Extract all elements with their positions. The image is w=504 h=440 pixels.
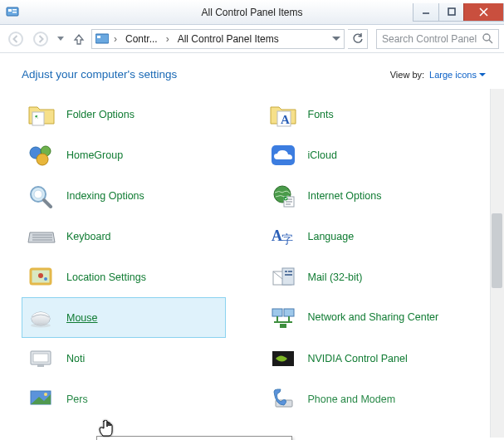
view-by-label: View by: xyxy=(390,70,424,80)
search-input[interactable]: Search Control Panel xyxy=(376,29,499,49)
item-homegroup[interactable]: HomeGroup xyxy=(22,134,226,175)
homegroup-icon xyxy=(27,141,56,169)
forward-button[interactable] xyxy=(30,28,51,50)
breadcrumb-1[interactable]: Contr... xyxy=(122,33,161,45)
item-folder-options[interactable]: Folder Options xyxy=(22,94,226,134)
item-internet-options[interactable]: Internet Options xyxy=(263,175,467,216)
svg-rect-3 xyxy=(12,12,17,13)
item-language[interactable]: A字 Language xyxy=(263,216,467,257)
item-label: Indexing Options xyxy=(66,190,144,202)
svg-point-35 xyxy=(38,273,43,278)
item-label: Location Settings xyxy=(66,271,146,283)
item-label: Internet Options xyxy=(308,190,382,202)
svg-text:A: A xyxy=(281,113,290,126)
search-icon xyxy=(482,32,495,46)
item-personalization[interactable]: Pers xyxy=(22,379,226,419)
item-label: Keyboard xyxy=(66,231,111,242)
maximize-button[interactable] xyxy=(438,3,463,21)
item-notification[interactable]: Noti xyxy=(22,338,226,379)
item-nvidia[interactable]: NVIDIA Control Panel xyxy=(263,338,467,379)
up-button[interactable] xyxy=(70,29,88,49)
item-location-settings[interactable]: Location Settings xyxy=(22,257,226,297)
svg-point-44 xyxy=(31,323,51,327)
svg-point-8 xyxy=(9,32,22,46)
item-indexing-options[interactable]: Indexing Options xyxy=(22,175,226,216)
chevron-right-icon: › xyxy=(112,33,119,45)
item-label: Language xyxy=(308,231,355,242)
window-buttons xyxy=(413,3,504,22)
keyboard-icon xyxy=(27,222,56,251)
scrollbar-thumb[interactable] xyxy=(492,213,502,288)
svg-rect-11 xyxy=(97,36,100,38)
item-phone-modem[interactable]: Phone and Modem xyxy=(263,379,467,419)
mail-icon xyxy=(268,263,298,291)
svg-rect-40 xyxy=(288,271,292,272)
tooltip: Mouse Customize your mouse settings, suc… xyxy=(96,436,292,440)
nav-bar: › Contr... › All Control Panel Items Sea… xyxy=(0,25,504,53)
svg-rect-1 xyxy=(8,9,12,12)
chevron-down-icon[interactable] xyxy=(332,37,340,42)
control-panel-icon xyxy=(95,32,109,46)
subheader: Adjust your computer's settings View by:… xyxy=(0,53,504,89)
window-title: All Control Panel Items xyxy=(201,7,302,18)
hand-cursor-icon xyxy=(99,420,114,438)
item-network-sharing[interactable]: Network and Sharing Center xyxy=(263,297,467,338)
svg-point-27 xyxy=(283,196,287,200)
svg-point-23 xyxy=(34,190,42,198)
svg-point-56 xyxy=(44,393,47,396)
svg-rect-41 xyxy=(285,274,292,276)
breadcrumb-2[interactable]: All Control Panel Items xyxy=(174,33,282,45)
content-area: Folder Options A Fonts HomeGroup iCloud … xyxy=(0,89,504,438)
chevron-right-icon: › xyxy=(164,33,171,45)
phone-icon xyxy=(268,385,298,413)
svg-rect-46 xyxy=(284,309,294,316)
svg-rect-45 xyxy=(272,309,282,316)
view-by-dropdown[interactable]: Large icons xyxy=(429,70,486,80)
svg-line-13 xyxy=(489,40,492,43)
item-label: Fonts xyxy=(308,109,334,120)
history-dropdown[interactable] xyxy=(55,28,66,50)
minimize-button[interactable] xyxy=(413,3,438,21)
item-icloud[interactable]: iCloud xyxy=(263,134,467,175)
fonts-icon: A xyxy=(268,100,298,129)
svg-point-12 xyxy=(483,34,490,41)
control-panel-sysicon xyxy=(5,5,20,20)
mouse-icon xyxy=(27,304,56,332)
indexing-icon xyxy=(27,182,56,210)
item-label: Folder Options xyxy=(66,109,135,120)
notification-icon xyxy=(27,345,56,373)
item-label: HomeGroup xyxy=(66,149,123,161)
svg-rect-10 xyxy=(95,34,109,43)
address-bar[interactable]: › Contr... › All Control Panel Items xyxy=(91,29,345,49)
item-keyboard[interactable]: Keyboard xyxy=(22,216,226,257)
item-label: Phone and Modem xyxy=(308,394,396,405)
icloud-icon xyxy=(268,141,298,169)
vertical-scrollbar[interactable] xyxy=(490,89,504,438)
item-mail[interactable]: Mail (32-bit) xyxy=(263,257,467,297)
view-by: View by: Large icons xyxy=(390,70,486,80)
svg-line-24 xyxy=(44,200,51,207)
svg-point-36 xyxy=(44,277,47,281)
close-button[interactable] xyxy=(463,3,503,21)
back-button[interactable] xyxy=(5,28,27,50)
item-label: Network and Sharing Center xyxy=(308,311,439,325)
page-title: Adjust your computer's settings xyxy=(22,68,177,81)
item-label: Mail (32-bit) xyxy=(308,271,363,283)
network-icon xyxy=(268,304,298,332)
location-icon xyxy=(27,263,56,291)
svg-rect-52 xyxy=(33,354,48,362)
item-fonts[interactable]: A Fonts xyxy=(263,94,467,134)
item-label: NVIDIA Control Panel xyxy=(308,353,408,364)
svg-rect-50 xyxy=(280,324,286,328)
svg-rect-14 xyxy=(32,112,44,125)
svg-point-9 xyxy=(34,32,47,46)
titlebar: All Control Panel Items xyxy=(0,0,504,25)
nvidia-icon xyxy=(268,345,298,373)
svg-rect-5 xyxy=(448,8,455,15)
item-label: Noti xyxy=(66,353,85,364)
language-icon: A字 xyxy=(268,222,298,251)
search-placeholder: Search Control Panel xyxy=(380,33,482,45)
svg-rect-39 xyxy=(285,271,287,272)
refresh-button[interactable] xyxy=(348,29,368,49)
item-mouse[interactable]: Mouse xyxy=(22,297,226,338)
